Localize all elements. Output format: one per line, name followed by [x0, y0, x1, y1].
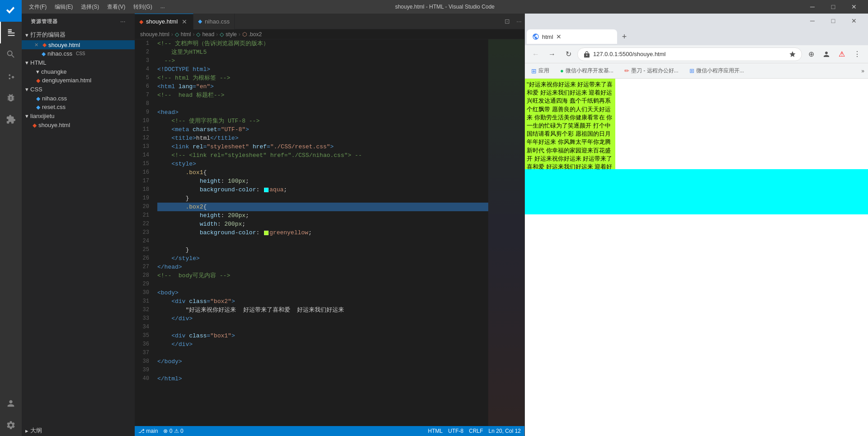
menu-view[interactable]: 查看(V) [104, 2, 129, 12]
activity-account[interactable] [0, 393, 22, 414]
css-section-header[interactable]: ▾ CSS [22, 85, 135, 94]
title-text: shouye.html - HTML - Visual Studio Code [395, 4, 495, 10]
menu-goto[interactable]: 转到(G) [130, 2, 156, 12]
activity-git[interactable] [0, 65, 22, 87]
browser-new-tab[interactable]: + [618, 30, 631, 43]
code-editor[interactable]: 12345 678910 1112131415 1617181920 21222… [135, 39, 488, 426]
minimize-button[interactable]: ─ [802, 0, 823, 14]
close-shouy-icon[interactable]: ✕ [33, 41, 40, 48]
bookmark-modao[interactable]: ✏ 墨刀 - 远程办公好... [622, 66, 681, 76]
nihao-css-file[interactable]: ◆ nihao.css [22, 94, 135, 103]
activity-extensions[interactable] [0, 109, 22, 130]
code-line-23: background-color: greenyellow; [157, 228, 488, 237]
browser-menu-icon[interactable]: ⋮ [850, 47, 864, 62]
breadcrumb-html[interactable]: html [181, 31, 191, 38]
menu-file[interactable]: 文件(F) [25, 2, 50, 12]
browser-toolbar: ← → ↻ 127.0.0.1:5500/shouye.html ⊕ ⚠ [525, 45, 868, 63]
bookmark-apps[interactable]: ⊞ 应用 [528, 66, 552, 76]
activity-search[interactable] [0, 43, 22, 65]
tab-shouye[interactable]: ◆ shouye.html ✕ [135, 14, 193, 29]
tabs-more-button[interactable]: ··· [514, 14, 524, 29]
code-line-1: <!-- 文档声明（告诉浏览器网页的版本） [157, 39, 488, 48]
code-line-6: <html lang="en"> [157, 82, 488, 91]
status-encoding[interactable]: UTF-8 [448, 428, 463, 434]
browser-maximize[interactable]: □ [823, 14, 844, 28]
close-button[interactable]: ✕ [844, 0, 864, 14]
breadcrumb-sep1: › [171, 31, 173, 38]
code-line-36: </div> [157, 340, 488, 349]
code-line-28: <!-- body可见内容 --> [157, 271, 488, 280]
browser-url-text[interactable]: 127.0.0.1:5500/shouye.html [593, 51, 786, 57]
breadcrumb-icon-head: ◇ [196, 31, 200, 38]
split-editor-button[interactable]: ⊡ [501, 14, 514, 29]
activity-bottom [0, 393, 22, 436]
bookmark-wechat2[interactable]: ⊞ 微信小程序应用开... [687, 66, 747, 76]
lianxijietu-header[interactable]: ▾ lianxijietu [22, 111, 135, 121]
status-lang[interactable]: HTML [428, 428, 443, 434]
browser-window: ─ □ ✕ html ✕ + ← → [524, 14, 868, 436]
open-editors-header[interactable]: ▾ 打开的编辑器 [22, 29, 135, 40]
chuangke-folder[interactable]: ▾ chuangke [22, 67, 135, 76]
wechat2-icon: ⊞ [689, 67, 694, 74]
css-badge: CSS [76, 51, 85, 56]
activity-debug[interactable] [0, 87, 22, 109]
html-section-header[interactable]: ▾ HTML [22, 58, 135, 67]
bookmark-wechat1[interactable]: ● 微信小程序开发基... [557, 66, 616, 76]
browser-tab-close[interactable]: ✕ [556, 33, 561, 40]
bookmark-wechat2-label: 微信小程序应用开... [696, 67, 744, 75]
breadcrumb-style[interactable]: style [226, 31, 237, 38]
outline-header[interactable]: ▸ 大纲 [22, 425, 135, 436]
browser-tab-html[interactable]: html ✕ [527, 29, 617, 44]
code-line-27: </head> [157, 263, 488, 271]
browser-search-icon[interactable]: ⊕ [804, 47, 818, 62]
browser-tab-label: html [542, 33, 553, 40]
dengluyemian-file[interactable]: ◆ dengluyemian.html [22, 76, 135, 85]
browser-minimize[interactable]: ─ [802, 14, 823, 28]
code-line-2: 这里为HTML5 [157, 48, 488, 57]
browser-forward[interactable]: → [545, 47, 559, 62]
browser-globe-icon [532, 33, 539, 40]
menu-edit[interactable]: 编辑(E) [51, 2, 76, 12]
code-line-9: <head> [157, 108, 488, 117]
line-numbers: 12345 678910 1112131415 1617181920 21222… [135, 39, 153, 426]
css-chevron: ▾ [25, 86, 28, 93]
activity-settings[interactable] [0, 414, 22, 436]
url-star-icon[interactable] [789, 51, 796, 58]
code-line-39 [157, 366, 488, 374]
shouye-file[interactable]: ◆ shouye.html [22, 121, 135, 129]
browser-url-bar[interactable]: 127.0.0.1:5500/shouye.html [577, 47, 802, 61]
menu-select[interactable]: 选择(S) [77, 2, 103, 12]
tab-shouye-close[interactable]: ✕ [180, 18, 189, 26]
css-icon: ◆ [42, 51, 46, 57]
activity-explorer[interactable] [0, 22, 22, 43]
code-content[interactable]: <!-- 文档声明（告诉浏览器网页的版本） 这里为HTML5 --> <!DOC… [153, 39, 488, 426]
reset-css-file[interactable]: ◆ reset.css [22, 103, 135, 111]
open-file-shouye[interactable]: ✕ ◆ shouye.html [22, 40, 135, 49]
open-file-nihao[interactable]: ◆ nihao.css CSS [22, 49, 135, 58]
breadcrumb-icon-box2: ⬡ [242, 31, 247, 38]
menu-more[interactable]: ... [157, 2, 169, 12]
sidebar-header-icons: ··· [120, 19, 126, 24]
tab-html-icon: ◆ [139, 19, 143, 25]
open-file-shouye-label: shouye.html [48, 42, 80, 48]
breadcrumb-shouye[interactable]: shouye.html [140, 31, 170, 38]
browser-refresh[interactable]: ↻ [561, 47, 576, 62]
browser-account-icon[interactable] [819, 47, 834, 62]
sidebar-more-icon[interactable]: ··· [120, 19, 126, 24]
breadcrumb-head[interactable]: head [202, 31, 214, 38]
code-line-24 [157, 237, 488, 246]
breadcrumb-box2[interactable]: .box2 [249, 31, 262, 38]
browser-back[interactable]: ← [528, 47, 543, 62]
tab-nihao[interactable]: ◆ nihao.css [193, 14, 235, 29]
status-eol[interactable]: CRLF [469, 428, 483, 434]
bookmark-more[interactable]: » [861, 68, 864, 74]
maximize-button[interactable]: □ [823, 0, 844, 14]
browser-close[interactable]: ✕ [844, 14, 864, 28]
code-line-14: <!-- <link rel="stylesheet" href="./CSS/… [157, 151, 488, 160]
sidebar-title: 资源管理器 [31, 18, 57, 25]
vscode-logo [0, 0, 22, 22]
editor-area: ◆ shouye.html ✕ ◆ nihao.css ⊡ ··· shouye… [135, 14, 524, 436]
titlebar: 文件(F) 编辑(E) 选择(S) 查看(V) 转到(G) ... shouye… [22, 0, 868, 14]
browser-alert-icon[interactable]: ⚠ [835, 47, 849, 62]
status-git: ⎇ main [138, 428, 158, 434]
